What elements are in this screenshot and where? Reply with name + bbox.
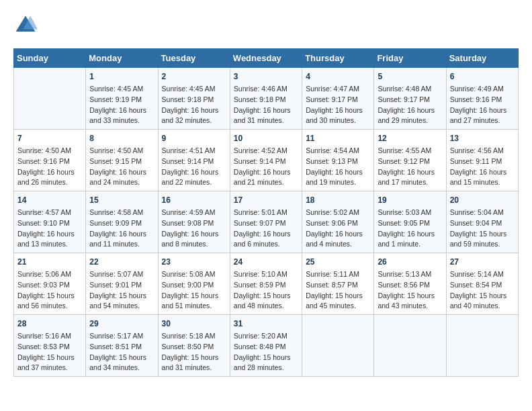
cell-text: and 15 minutes. (450, 177, 515, 188)
day-number: 7 (17, 132, 82, 144)
day-number: 3 (234, 71, 298, 83)
cell-text: and 13 minutes. (17, 239, 82, 250)
calendar-cell: 9Sunrise: 4:51 AMSunset: 9:14 PMDaylight… (158, 130, 230, 191)
cell-text: Sunrise: 4:50 AM (17, 146, 82, 156)
cell-text: Daylight: 15 hours (17, 353, 82, 363)
day-number: 25 (306, 256, 370, 268)
weekday-header-thursday: Thursday (302, 49, 374, 68)
cell-text: Daylight: 15 hours (378, 291, 442, 302)
day-number: 5 (378, 71, 442, 83)
calendar-cell: 15Sunrise: 4:58 AMSunset: 9:09 PMDayligh… (86, 191, 158, 253)
cell-text: Daylight: 16 hours (17, 167, 82, 178)
cell-text: and 34 minutes. (89, 363, 154, 373)
cell-text: Sunset: 9:05 PM (378, 218, 442, 229)
cell-text: and 51 minutes. (162, 301, 226, 312)
cell-text: Daylight: 16 hours (378, 167, 442, 178)
cell-text: Daylight: 16 hours (450, 105, 515, 116)
calendar-cell: 5Sunrise: 4:48 AMSunset: 9:17 PMDaylight… (374, 68, 446, 130)
cell-text: Sunrise: 4:54 AM (306, 146, 370, 156)
calendar-cell: 6Sunrise: 4:49 AMSunset: 9:16 PMDaylight… (446, 68, 518, 130)
cell-text: and 21 minutes. (234, 177, 298, 188)
cell-text: Sunrise: 4:48 AM (378, 84, 442, 95)
day-number: 29 (89, 318, 154, 330)
calendar-cell: 25Sunrise: 5:11 AMSunset: 8:57 PMDayligh… (302, 253, 374, 315)
weekday-header-friday: Friday (374, 49, 446, 68)
weekday-header-wednesday: Wednesday (230, 49, 302, 68)
day-number: 4 (306, 71, 370, 83)
day-number: 6 (450, 71, 515, 83)
cell-text: Sunset: 9:10 PM (17, 218, 82, 229)
calendar-cell: 14Sunrise: 4:57 AMSunset: 9:10 PMDayligh… (14, 191, 86, 253)
cell-text: Daylight: 16 hours (306, 167, 370, 178)
cell-text: Sunset: 9:16 PM (450, 95, 515, 105)
cell-text: Sunrise: 5:13 AM (378, 269, 442, 280)
cell-text: and 48 minutes. (234, 301, 298, 312)
weekday-header-monday: Monday (86, 49, 158, 68)
cell-text: Sunrise: 5:07 AM (89, 269, 154, 280)
cell-text: Sunrise: 4:56 AM (450, 146, 515, 156)
day-number: 12 (378, 132, 442, 144)
cell-text: Sunset: 8:50 PM (162, 342, 226, 353)
day-number: 18 (306, 194, 370, 206)
day-number: 20 (450, 194, 515, 206)
cell-text: and 54 minutes. (89, 301, 154, 312)
cell-text: and 8 minutes. (162, 239, 226, 250)
cell-text: Sunrise: 5:11 AM (306, 269, 370, 280)
day-number: 8 (89, 132, 154, 144)
calendar-cell: 7Sunrise: 4:50 AMSunset: 9:16 PMDaylight… (14, 130, 86, 191)
cell-text: and 22 minutes. (162, 177, 226, 188)
cell-text: Sunrise: 5:03 AM (378, 208, 442, 218)
calendar-cell: 1Sunrise: 4:45 AMSunset: 9:19 PMDaylight… (86, 68, 158, 130)
cell-text: Sunrise: 4:47 AM (306, 84, 370, 95)
cell-text: Daylight: 16 hours (306, 105, 370, 116)
day-number: 13 (450, 132, 515, 144)
cell-text: and 30 minutes. (306, 116, 370, 126)
calendar-week-row: 21Sunrise: 5:06 AMSunset: 9:03 PMDayligh… (14, 253, 519, 315)
cell-text: Sunrise: 5:10 AM (234, 269, 298, 280)
calendar-cell: 10Sunrise: 4:52 AMSunset: 9:14 PMDayligh… (230, 130, 302, 191)
cell-text: Daylight: 15 hours (89, 291, 154, 302)
cell-text: Sunrise: 4:50 AM (89, 146, 154, 156)
cell-text: Sunrise: 5:14 AM (450, 269, 515, 280)
cell-text: and 32 minutes. (162, 116, 226, 126)
cell-text: Daylight: 16 hours (17, 229, 82, 240)
cell-text: Sunrise: 5:18 AM (162, 331, 226, 342)
cell-text: Sunset: 9:15 PM (89, 156, 154, 167)
calendar-cell (374, 315, 446, 377)
day-number: 15 (89, 194, 154, 206)
calendar-cell: 16Sunrise: 4:59 AMSunset: 9:08 PMDayligh… (158, 191, 230, 253)
cell-text: Daylight: 16 hours (162, 167, 226, 178)
day-number: 22 (89, 256, 154, 268)
cell-text: Sunset: 9:16 PM (17, 156, 82, 167)
cell-text: Daylight: 16 hours (162, 105, 226, 116)
cell-text: and 33 minutes. (89, 116, 154, 126)
day-number: 9 (162, 132, 226, 144)
calendar-cell: 18Sunrise: 5:02 AMSunset: 9:06 PMDayligh… (302, 191, 374, 253)
cell-text: and 59 minutes. (450, 239, 515, 250)
cell-text: Sunset: 9:01 PM (89, 280, 154, 291)
cell-text: Sunrise: 4:59 AM (162, 208, 226, 218)
cell-text: Sunset: 9:07 PM (234, 218, 298, 229)
cell-text: and 19 minutes. (306, 177, 370, 188)
cell-text: and 24 minutes. (89, 177, 154, 188)
cell-text: Daylight: 16 hours (234, 167, 298, 178)
day-number: 26 (378, 256, 442, 268)
cell-text: Sunset: 9:18 PM (162, 95, 226, 105)
cell-text: Daylight: 16 hours (306, 229, 370, 240)
cell-text: Sunrise: 5:20 AM (234, 331, 298, 342)
cell-text: Sunrise: 4:49 AM (450, 84, 515, 95)
cell-text: Sunrise: 4:45 AM (89, 84, 154, 95)
cell-text: Daylight: 15 hours (17, 291, 82, 302)
cell-text: Sunset: 9:14 PM (234, 156, 298, 167)
day-number: 23 (162, 256, 226, 268)
cell-text: Sunrise: 4:58 AM (89, 208, 154, 218)
calendar-cell: 2Sunrise: 4:45 AMSunset: 9:18 PMDaylight… (158, 68, 230, 130)
day-number: 30 (162, 318, 226, 330)
calendar-body: 1Sunrise: 4:45 AMSunset: 9:19 PMDaylight… (14, 68, 519, 377)
cell-text: and 28 minutes. (234, 363, 298, 373)
calendar-cell (446, 315, 518, 377)
cell-text: Sunset: 8:57 PM (306, 280, 370, 291)
calendar-cell: 24Sunrise: 5:10 AMSunset: 8:59 PMDayligh… (230, 253, 302, 315)
cell-text: Daylight: 16 hours (89, 167, 154, 178)
cell-text: and 26 minutes. (17, 177, 82, 188)
